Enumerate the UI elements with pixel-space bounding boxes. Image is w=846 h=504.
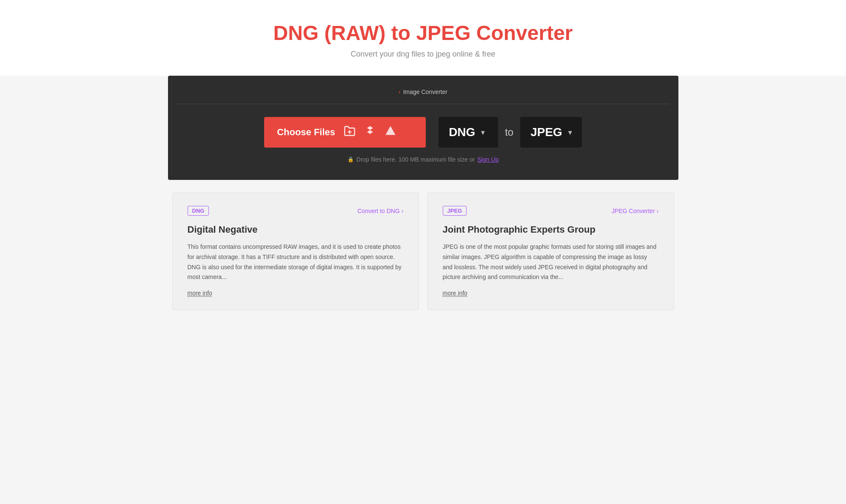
drop-info-text: Drop files here. 100 MB maximum file siz…	[356, 156, 475, 163]
jpeg-converter-link[interactable]: JPEG Converter ›	[612, 208, 659, 214]
drop-info: 🔒 Drop files here. 100 MB maximum file s…	[177, 156, 670, 163]
page-title: DNG (RAW) to JPEG Converter	[9, 21, 837, 45]
page-subtitle: Convert your dng files to jpeg online & …	[9, 50, 837, 59]
drive-icon	[385, 125, 396, 140]
jpeg-converter-chevron-icon: ›	[657, 208, 659, 214]
from-format-button[interactable]: DNG ▾	[439, 117, 498, 148]
jpeg-card-header: JPEG JPEG Converter ›	[443, 206, 659, 216]
converter-wrapper: ‹ Image Converter Choose Files	[0, 76, 846, 180]
jpeg-badge: JPEG	[443, 206, 467, 216]
jpeg-converter-label: JPEG Converter	[612, 208, 655, 214]
dng-card: DNG Convert to DNG › Digital Negative Th…	[172, 193, 419, 310]
convert-to-dng-label: Convert to DNG	[357, 208, 400, 214]
to-format-button[interactable]: JPEG ▾	[520, 117, 582, 148]
dropbox-icon	[364, 125, 376, 140]
from-format-label: DNG	[449, 125, 475, 139]
lock-icon: 🔒	[348, 157, 354, 162]
convert-to-dng-link[interactable]: Convert to DNG ›	[357, 208, 403, 214]
convert-to-dng-chevron-icon: ›	[402, 208, 404, 214]
info-section: DNG Convert to DNG › Digital Negative Th…	[168, 193, 678, 310]
breadcrumb: ‹ Image Converter	[177, 88, 670, 104]
dng-badge: DNG	[188, 206, 209, 216]
to-format-label: JPEG	[530, 125, 562, 139]
dng-card-description: This format contains uncompressed RAW im…	[188, 242, 404, 282]
jpeg-card-title: Joint Photographic Experts Group	[443, 224, 659, 235]
from-format-chevron-icon: ▾	[481, 128, 484, 137]
to-format-chevron-icon: ▾	[568, 128, 572, 137]
breadcrumb-chevron-icon: ‹	[399, 88, 401, 95]
dng-more-info-link[interactable]: more info	[188, 290, 212, 297]
converter-controls: Choose Files	[177, 117, 670, 148]
svg-marker-2	[385, 126, 395, 135]
header-section: DNG (RAW) to JPEG Converter Convert your…	[0, 0, 846, 76]
page-wrapper: DNG (RAW) to JPEG Converter Convert your…	[0, 0, 846, 310]
choose-files-button[interactable]: Choose Files	[264, 117, 426, 148]
jpeg-card: JPEG JPEG Converter › Joint Photographic…	[427, 193, 674, 310]
breadcrumb-label: Image Converter	[403, 88, 447, 95]
to-text: to	[505, 126, 513, 138]
folder-icon	[344, 125, 356, 140]
dng-card-title: Digital Negative	[188, 224, 404, 235]
dng-card-header: DNG Convert to DNG ›	[188, 206, 404, 216]
jpeg-more-info-link[interactable]: more info	[443, 290, 467, 297]
converter-section: ‹ Image Converter Choose Files	[168, 76, 678, 180]
choose-files-label: Choose Files	[277, 127, 335, 138]
jpeg-card-description: JPEG is one of the most popular graphic …	[443, 242, 659, 282]
format-selector: DNG ▾ to JPEG ▾	[439, 117, 582, 148]
signup-link[interactable]: Sign Up	[477, 156, 498, 163]
